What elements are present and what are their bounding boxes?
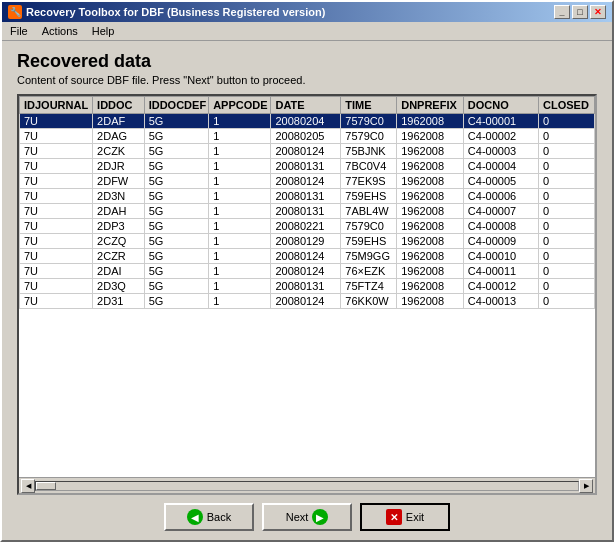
table-row[interactable]: 7U2DAF5G1200802047579C01962008C4-000010 [20, 114, 595, 129]
table-row[interactable]: 7U2D315G12008012476KK0W1962008C4-000130 [20, 294, 595, 309]
col-header-date: DATE [271, 97, 341, 114]
main-window: 🔧 Recovery Toolbox for DBF (Business Reg… [0, 0, 614, 542]
hscroll-right-arrow[interactable]: ▶ [579, 479, 593, 493]
cell-dnprefix: 1962008 [397, 174, 464, 189]
cell-date: 20080124 [271, 264, 341, 279]
cell-iddoc: 2D31 [93, 294, 145, 309]
next-button[interactable]: Next ▶ [262, 503, 352, 531]
cell-dnprefix: 1962008 [397, 294, 464, 309]
cell-idjournal: 7U [20, 129, 93, 144]
cell-dnprefix: 1962008 [397, 234, 464, 249]
hscroll-left-arrow[interactable]: ◀ [21, 479, 35, 493]
cell-idjournal: 7U [20, 159, 93, 174]
cell-date: 20080131 [271, 159, 341, 174]
cell-time: 7ABL4W [341, 204, 397, 219]
cell-dnprefix: 1962008 [397, 189, 464, 204]
col-header-iddoc: IDDOC [93, 97, 145, 114]
cell-iddocdef: 5G [144, 279, 208, 294]
cell-closed: 0 [539, 174, 595, 189]
table-row[interactable]: 7U2CZR5G12008012475M9GG1962008C4-000100 [20, 249, 595, 264]
col-header-appcode: APPCODE [209, 97, 271, 114]
menu-help[interactable]: Help [86, 23, 121, 39]
cell-docno: C4-00008 [463, 219, 538, 234]
hscroll-track[interactable] [35, 481, 579, 491]
table-row[interactable]: 7U2DAH5G1200801317ABL4W1962008C4-000070 [20, 204, 595, 219]
cell-time: 7579C0 [341, 114, 397, 129]
cell-appcode: 1 [209, 234, 271, 249]
cell-appcode: 1 [209, 279, 271, 294]
cell-iddocdef: 5G [144, 174, 208, 189]
menu-file[interactable]: File [4, 23, 34, 39]
button-area: ◀ Back Next ▶ ✕ Exit [17, 495, 597, 535]
cell-closed: 0 [539, 159, 595, 174]
table-row[interactable]: 7U2D3Q5G12008013175FTZ41962008C4-000120 [20, 279, 595, 294]
cell-closed: 0 [539, 189, 595, 204]
cell-dnprefix: 1962008 [397, 159, 464, 174]
cell-iddocdef: 5G [144, 219, 208, 234]
cell-appcode: 1 [209, 159, 271, 174]
table-row[interactable]: 7U2D3N5G120080131759EHS1962008C4-000060 [20, 189, 595, 204]
close-button[interactable]: ✕ [590, 5, 606, 19]
cell-closed: 0 [539, 219, 595, 234]
cell-time: 759EHS [341, 189, 397, 204]
cell-iddocdef: 5G [144, 204, 208, 219]
data-table: IDJOURNAL IDDOC IDDOCDEF APPCODE DATE TI… [19, 96, 595, 309]
table-row[interactable]: 7U2DAG5G1200802057579C01962008C4-000020 [20, 129, 595, 144]
cell-idjournal: 7U [20, 144, 93, 159]
cell-time: 77EK9S [341, 174, 397, 189]
table-row[interactable]: 7U2DFW5G12008012477EK9S1962008C4-000050 [20, 174, 595, 189]
cell-idjournal: 7U [20, 249, 93, 264]
cell-appcode: 1 [209, 114, 271, 129]
col-header-docno: DOCNO [463, 97, 538, 114]
cell-iddocdef: 5G [144, 234, 208, 249]
cell-date: 20080124 [271, 249, 341, 264]
menu-actions[interactable]: Actions [36, 23, 84, 39]
cell-closed: 0 [539, 144, 595, 159]
main-content: Recovered data Content of source DBF fil… [2, 41, 612, 540]
menubar: File Actions Help [2, 22, 612, 41]
back-button[interactable]: ◀ Back [164, 503, 254, 531]
cell-docno: C4-00002 [463, 129, 538, 144]
table-scroll-wrapper[interactable]: IDJOURNAL IDDOC IDDOCDEF APPCODE DATE TI… [19, 96, 595, 477]
table-row[interactable]: 7U2DJR5G1200801317BC0V41962008C4-000040 [20, 159, 595, 174]
table-row[interactable]: 7U2CZQ5G120080129759EHS1962008C4-000090 [20, 234, 595, 249]
window-title: Recovery Toolbox for DBF (Business Regis… [26, 6, 325, 18]
hscroll-thumb[interactable] [36, 482, 56, 490]
cell-iddoc: 2D3N [93, 189, 145, 204]
next-icon: ▶ [312, 509, 328, 525]
cell-time: 76×EZK [341, 264, 397, 279]
table-row[interactable]: 7U2CZK5G12008012475BJNK1962008C4-000030 [20, 144, 595, 159]
cell-docno: C4-00013 [463, 294, 538, 309]
cell-dnprefix: 1962008 [397, 279, 464, 294]
horizontal-scrollbar[interactable]: ◀ ▶ [19, 477, 595, 493]
col-header-idjournal: IDJOURNAL [20, 97, 93, 114]
cell-idjournal: 7U [20, 219, 93, 234]
cell-time: 7579C0 [341, 129, 397, 144]
table-row[interactable]: 7U2DP35G1200802217579C01962008C4-000080 [20, 219, 595, 234]
cell-iddocdef: 5G [144, 114, 208, 129]
cell-appcode: 1 [209, 204, 271, 219]
cell-docno: C4-00001 [463, 114, 538, 129]
cell-docno: C4-00009 [463, 234, 538, 249]
cell-appcode: 1 [209, 219, 271, 234]
cell-dnprefix: 1962008 [397, 219, 464, 234]
cell-iddocdef: 5G [144, 264, 208, 279]
cell-iddoc: 2CZK [93, 144, 145, 159]
cell-appcode: 1 [209, 264, 271, 279]
restore-button[interactable]: □ [572, 5, 588, 19]
cell-dnprefix: 1962008 [397, 249, 464, 264]
cell-appcode: 1 [209, 189, 271, 204]
cell-date: 20080124 [271, 144, 341, 159]
cell-idjournal: 7U [20, 294, 93, 309]
cell-iddocdef: 5G [144, 144, 208, 159]
page-title: Recovered data [17, 51, 597, 72]
col-header-iddocdef: IDDOCDEF [144, 97, 208, 114]
cell-docno: C4-00010 [463, 249, 538, 264]
table-row[interactable]: 7U2DAI5G12008012476×EZK1962008C4-000110 [20, 264, 595, 279]
exit-button[interactable]: ✕ Exit [360, 503, 450, 531]
next-label: Next [286, 511, 309, 523]
cell-time: 7579C0 [341, 219, 397, 234]
app-icon: 🔧 [8, 5, 22, 19]
table-header: IDJOURNAL IDDOC IDDOCDEF APPCODE DATE TI… [20, 97, 595, 114]
minimize-button[interactable]: _ [554, 5, 570, 19]
